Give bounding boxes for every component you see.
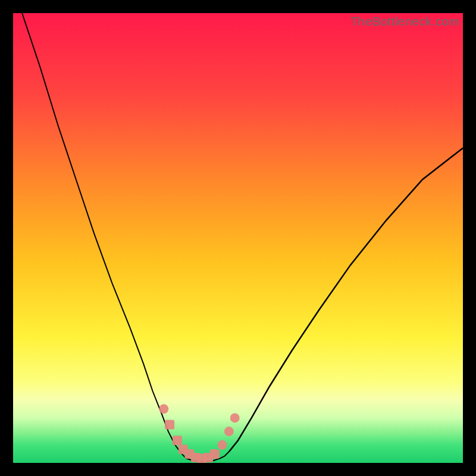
watermark: TheBottleneck.com [350, 14, 459, 29]
valley-marker [218, 440, 227, 450]
valley-marker [224, 427, 234, 436]
valley-marker [230, 413, 240, 422]
plot-area: TheBottleneck.com [13, 13, 463, 463]
chart-svg [13, 13, 463, 463]
curve-right [229, 148, 463, 452]
valley-marker [210, 449, 220, 459]
valley-marker [173, 436, 182, 445]
curve-left [22, 13, 181, 454]
chart-frame: TheBottleneck.com [0, 0, 476, 476]
valley-marker [159, 404, 168, 414]
valley-markers [159, 404, 239, 463]
valley-marker [165, 420, 174, 430]
